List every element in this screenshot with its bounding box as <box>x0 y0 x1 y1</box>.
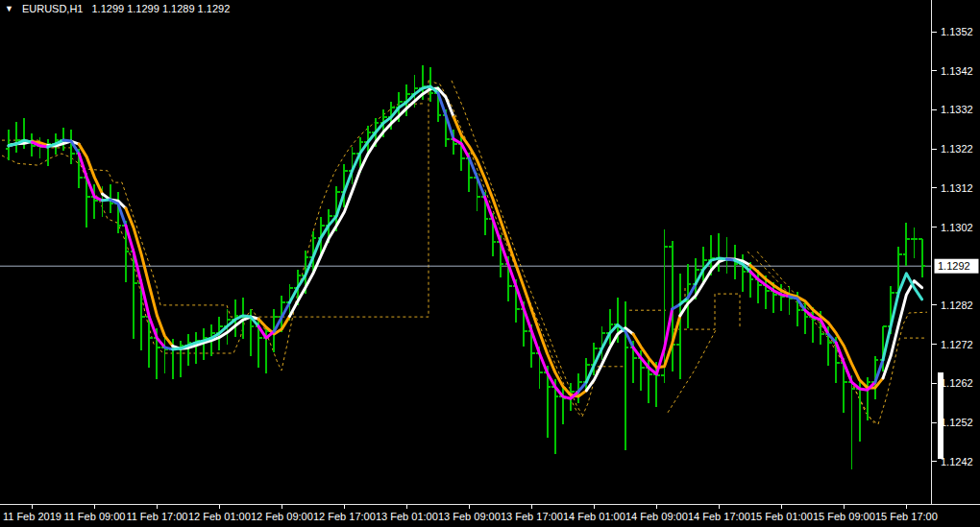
ohlc-values-label: 1.1299 1.1299 1.1289 1.1292 <box>92 3 231 15</box>
time-tick-label: 12 Feb 17:00 <box>313 511 376 522</box>
axis-borders <box>0 0 980 505</box>
price-tick-label: 1.1262 <box>941 377 973 389</box>
price-tick-label: 1.1352 <box>941 26 973 37</box>
time-tick-label: 12 Feb 01:00 <box>188 511 251 522</box>
price-tick-label: 1.1282 <box>941 299 973 311</box>
ma-slow-line <box>9 88 922 396</box>
price-tick-label: 1.1242 <box>941 456 973 467</box>
time-tick-label: 14 Feb 01:00 <box>563 511 625 522</box>
price-tick-label: 1.1302 <box>941 222 973 233</box>
time-tick-label: 13 Feb 01:00 <box>376 511 438 522</box>
time-tick-label: 12 Feb 09:00 <box>251 511 313 522</box>
svg-text:1.1292: 1.1292 <box>938 260 970 272</box>
time-tick-label: 13 Feb 09:00 <box>438 511 501 522</box>
symbol-timeframe-label: EURUSD,H1 <box>22 3 84 15</box>
time-tick-label: 11 Feb 2019 <box>3 511 61 522</box>
price-axis[interactable]: 1.13521.13421.13321.13221.13121.13021.12… <box>932 26 973 467</box>
symbol-marker-icon: ▼ <box>5 3 13 15</box>
time-tick-label: 15 Feb 01:00 <box>750 511 813 522</box>
time-tick-label: 13 Feb 17:00 <box>501 511 563 522</box>
chart-canvas[interactable]: 1.13521.13421.13321.13221.13121.13021.12… <box>0 0 980 527</box>
price-tick-label: 1.1322 <box>941 143 973 155</box>
ma-fast-line <box>9 86 922 398</box>
price-scale-highlight <box>938 372 943 459</box>
time-tick-label: 11 Feb 09:00 <box>63 511 125 522</box>
price-tick-label: 1.1332 <box>941 104 973 115</box>
time-tick-label: 14 Feb 17:00 <box>688 511 750 522</box>
mt4-chart-window: 1.13521.13421.13321.13221.13121.13021.12… <box>0 0 980 527</box>
price-tick-label: 1.1312 <box>941 182 973 194</box>
chart-title: ▼ EURUSD,H1 1.1299 1.1299 1.1289 1.1292 <box>5 3 230 15</box>
time-axis[interactable]: 11 Feb 201911 Feb 09:0011 Feb 17:0012 Fe… <box>3 505 938 522</box>
bid-price-box: 1.1292 <box>935 259 979 274</box>
time-tick-label: 15 Feb 09:00 <box>813 511 875 522</box>
time-tick-label: 11 Feb 17:00 <box>126 511 187 522</box>
time-tick-label: 15 Feb 17:00 <box>875 511 938 522</box>
price-tick-label: 1.1342 <box>941 65 973 77</box>
price-tick-label: 1.1252 <box>941 417 973 428</box>
price-tick-label: 1.1272 <box>941 339 973 350</box>
time-tick-label: 14 Feb 09:00 <box>625 511 688 522</box>
